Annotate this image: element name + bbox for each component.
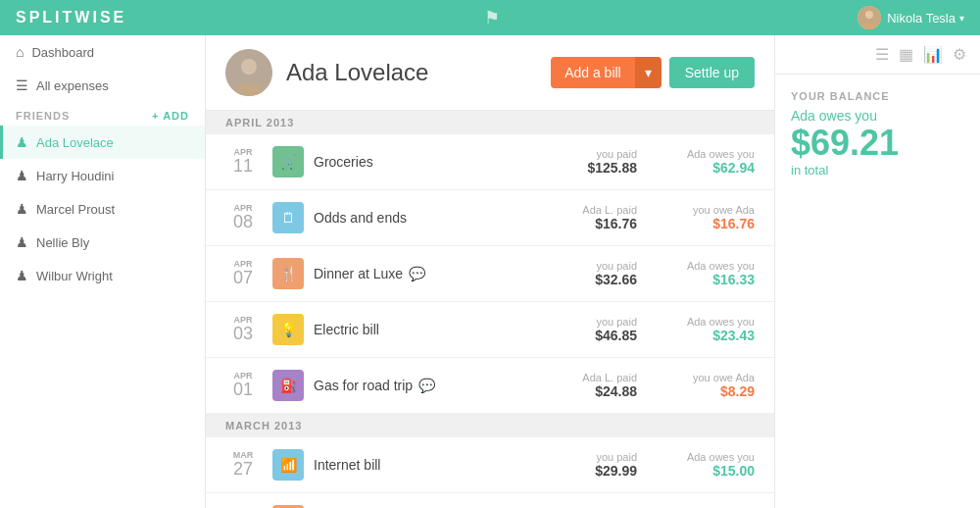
balance-label: Ada owes you <box>791 108 964 124</box>
contact-name: Ada Lovelace <box>286 59 535 86</box>
flag-icon[interactable]: ⚑ <box>484 7 500 28</box>
paid-by-label: Ada L. paid <box>582 204 637 216</box>
expense-date: APR 08 <box>225 203 261 232</box>
owe-amount: $16.76 <box>657 216 755 231</box>
sidebar: ⌂ Dashboard ☰ All expenses FRIENDS + add… <box>0 35 206 508</box>
friends-section-label: FRIENDS <box>16 110 70 122</box>
table-row[interactable]: APR 07 🍴 Dinner at Luxe 💬 you paid $32.6… <box>206 246 774 302</box>
owe-amount: $15.00 <box>657 463 755 479</box>
expense-day: 27 <box>225 460 261 480</box>
sidebar-item-friend[interactable]: ♟Marcel Proust <box>0 192 205 226</box>
comment-icon: 💬 <box>418 378 435 393</box>
owe-label: Ada owes you <box>657 451 755 463</box>
add-friend-link[interactable]: + add <box>152 110 189 122</box>
owe-amount: $16.33 <box>657 272 755 287</box>
balance-amount: $69.21 <box>791 124 964 163</box>
action-buttons: Add a bill ▾ Settle up <box>551 57 755 88</box>
expense-owe: you owe Ada $16.76 <box>657 204 755 231</box>
sidebar-item-all-expenses[interactable]: ☰ All expenses <box>0 69 205 102</box>
sidebar-item-friend[interactable]: ♟Ada Lovelace <box>0 126 205 159</box>
table-row[interactable]: APR 03 💡 Electric bill you paid $46.85 A… <box>206 302 774 358</box>
user-menu[interactable]: Nikola Tesla ▾ <box>858 6 964 29</box>
dashboard-icon: ⌂ <box>16 44 24 60</box>
expense-icon: 🗒 <box>272 202 304 233</box>
balance-sub: in total <box>791 163 964 178</box>
expense-icon: 📶 <box>272 449 304 481</box>
main-layout: ⌂ Dashboard ☰ All expenses FRIENDS + add… <box>0 35 980 508</box>
table-row[interactable]: APR 11 🛒 Groceries you paid $125.88 Ada … <box>206 134 774 190</box>
add-bill-caret-button[interactable]: ▾ <box>635 57 662 88</box>
sidebar-item-friend[interactable]: ♟Nellie Bly <box>0 226 205 259</box>
expense-name: Dinner at Luxe 💬 <box>314 266 595 281</box>
calendar-icon[interactable]: ▦ <box>899 45 913 64</box>
paid-by-label: Ada L. paid <box>582 372 637 383</box>
comment-icon: 💬 <box>409 266 425 281</box>
expenses-list: APRIL 2013 APR 11 🛒 Groceries you paid $… <box>206 111 774 508</box>
expense-day: 03 <box>225 325 261 344</box>
expense-day: 01 <box>225 381 261 400</box>
expense-date: MAR 27 <box>225 450 261 480</box>
settings-icon[interactable]: ⚙ <box>953 45 966 64</box>
sidebar-item-friend[interactable]: ♟Harry Houdini <box>0 159 205 192</box>
svg-point-4 <box>241 59 257 75</box>
content-area: Ada Lovelace Add a bill ▾ Settle up APRI… <box>206 35 774 508</box>
expense-paid-by: you paid $125.88 <box>587 148 637 176</box>
owe-label: you owe Ada <box>657 204 755 216</box>
expense-date: APR 01 <box>225 371 261 400</box>
expense-owe: Ada owes you $15.00 <box>657 451 755 479</box>
expense-day: 08 <box>225 213 261 232</box>
table-row[interactable]: MAR 27 📶 Internet bill you paid $29.99 A… <box>206 437 774 493</box>
chart-icon[interactable]: 📊 <box>923 45 943 64</box>
table-row[interactable]: MAR 16 📱 Movie ticket you paid $11.50 Ad… <box>206 493 774 508</box>
friends-list: ♟Ada Lovelace♟Harry Houdini♟Marcel Prous… <box>0 126 205 292</box>
owe-label: Ada owes you <box>657 316 755 328</box>
svg-point-1 <box>865 11 873 19</box>
person-icon: ♟ <box>16 168 28 183</box>
sidebar-item-dashboard[interactable]: ⌂ Dashboard <box>0 35 205 69</box>
owe-amount: $8.29 <box>657 383 755 399</box>
paid-by-amount: $24.88 <box>582 383 637 399</box>
owe-amount: $23.43 <box>657 328 755 343</box>
friend-name: Marcel Proust <box>36 202 115 217</box>
expense-owe: Ada owes you $23.43 <box>657 316 755 343</box>
paid-by-amount: $16.76 <box>582 216 637 231</box>
expense-date: APR 11 <box>225 147 261 177</box>
expense-paid-by: you paid $46.85 <box>595 316 637 343</box>
expense-paid-by: you paid $32.66 <box>595 260 637 287</box>
person-icon: ♟ <box>16 234 28 250</box>
expense-day: 11 <box>225 157 261 177</box>
avatar <box>858 6 881 29</box>
paid-by-amount: $32.66 <box>595 272 637 287</box>
friend-name: Ada Lovelace <box>36 135 114 150</box>
expense-owe: you owe Ada $8.29 <box>657 372 755 399</box>
expense-owe: Ada owes you $16.33 <box>657 260 755 287</box>
owe-label: Ada owes you <box>657 148 755 160</box>
top-nav-center: ⚑ <box>484 7 500 28</box>
expense-icon: 💡 <box>272 314 304 345</box>
right-panel-toolbar: ☰ ▦ 📊 ⚙ <box>775 35 980 75</box>
expense-icon: 🛒 <box>272 146 304 178</box>
settle-up-button[interactable]: Settle up <box>669 57 755 88</box>
paid-by-amount: $46.85 <box>595 328 637 343</box>
friends-section-header: FRIENDS + add <box>0 102 205 126</box>
table-row[interactable]: APR 01 ⛽ Gas for road trip 💬 Ada L. paid… <box>206 358 774 414</box>
expense-date: APR 03 <box>225 315 261 344</box>
app-logo: SPLITWISE <box>16 9 126 26</box>
sidebar-item-friend[interactable]: ♟Wilbur Wright <box>0 259 205 292</box>
list-icon: ☰ <box>16 77 28 93</box>
add-bill-button[interactable]: Add a bill <box>551 57 635 88</box>
expense-day: 07 <box>225 269 261 288</box>
friend-name: Harry Houdini <box>36 169 114 183</box>
table-row[interactable]: APR 08 🗒 Odds and ends Ada L. paid $16.7… <box>206 190 774 246</box>
expense-icon: 🍴 <box>272 258 304 289</box>
contact-avatar <box>225 49 272 96</box>
user-menu-chevron: ▾ <box>959 13 964 24</box>
balance-title: YOUR BALANCE <box>791 90 964 102</box>
paid-by-label: you paid <box>587 148 637 160</box>
paid-by-label: you paid <box>595 316 637 328</box>
expense-icon: ⛽ <box>272 370 304 401</box>
list-view-icon[interactable]: ☰ <box>875 45 889 64</box>
owe-label: Ada owes you <box>657 260 755 272</box>
expense-name: Groceries <box>314 154 587 170</box>
paid-by-amount: $125.88 <box>587 160 637 176</box>
